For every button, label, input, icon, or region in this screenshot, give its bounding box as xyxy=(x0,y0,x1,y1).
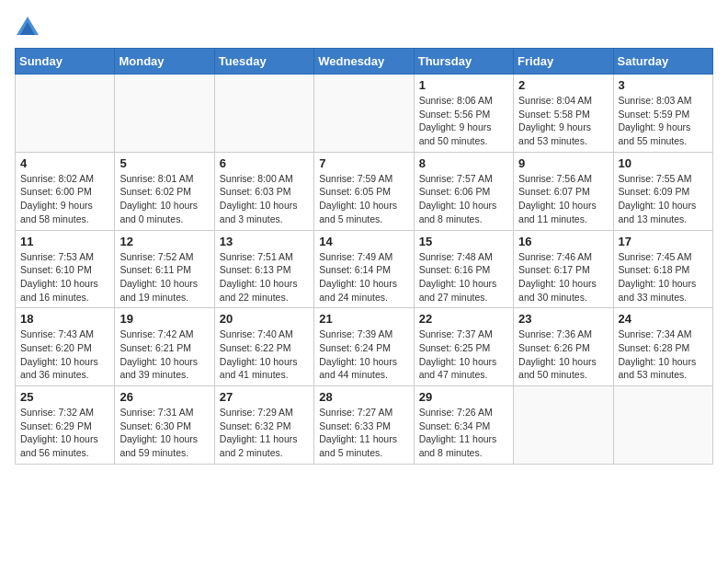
calendar-cell-w4-d5: 22Sunrise: 7:37 AMSunset: 6:25 PMDayligh… xyxy=(414,308,513,386)
calendar-cell-w1-d5: 1Sunrise: 8:06 AMSunset: 5:56 PMDaylight… xyxy=(414,75,513,153)
calendar-cell-w1-d4 xyxy=(314,75,414,153)
calendar-cell-w1-d6: 2Sunrise: 8:04 AMSunset: 5:58 PMDaylight… xyxy=(514,75,613,153)
header xyxy=(15,15,713,40)
calendar-cell-w5-d3: 27Sunrise: 7:29 AMSunset: 6:32 PMDayligh… xyxy=(214,386,313,465)
calendar-cell-w4-d6: 23Sunrise: 7:36 AMSunset: 6:26 PMDayligh… xyxy=(514,308,613,386)
day-info: Sunrise: 8:01 AMSunset: 6:02 PMDaylight:… xyxy=(119,172,209,226)
logo xyxy=(15,15,44,40)
day-info: Sunrise: 7:53 AMSunset: 6:10 PMDaylight:… xyxy=(20,250,109,304)
day-number: 20 xyxy=(220,312,309,326)
day-info: Sunrise: 7:42 AMSunset: 6:21 PMDaylight:… xyxy=(119,327,209,382)
day-info: Sunrise: 7:27 AMSunset: 6:33 PMDaylight:… xyxy=(319,406,408,460)
day-number: 2 xyxy=(518,78,608,92)
calendar-cell-w4-d4: 21Sunrise: 7:39 AMSunset: 6:24 PMDayligh… xyxy=(314,308,414,386)
day-info: Sunrise: 7:45 AMSunset: 6:18 PMDaylight:… xyxy=(619,250,708,304)
calendar-cell-w2-d3: 6Sunrise: 8:00 AMSunset: 6:03 PMDaylight… xyxy=(214,152,313,230)
day-number: 27 xyxy=(220,390,309,404)
day-number: 24 xyxy=(619,312,708,326)
day-number: 7 xyxy=(319,156,408,170)
day-info: Sunrise: 7:29 AMSunset: 6:32 PMDaylight:… xyxy=(220,406,309,460)
calendar-cell-w1-d1 xyxy=(16,75,115,153)
day-number: 17 xyxy=(619,235,708,248)
day-number: 1 xyxy=(419,78,508,92)
calendar-week-1: 1Sunrise: 8:06 AMSunset: 5:56 PMDaylight… xyxy=(16,75,713,153)
day-number: 11 xyxy=(20,235,109,248)
calendar-cell-w5-d5: 29Sunrise: 7:26 AMSunset: 6:34 PMDayligh… xyxy=(414,386,513,465)
day-info: Sunrise: 7:48 AMSunset: 6:16 PMDaylight:… xyxy=(419,250,508,304)
day-info: Sunrise: 7:56 AMSunset: 6:07 PMDaylight:… xyxy=(518,172,608,226)
calendar-cell-w5-d2: 26Sunrise: 7:31 AMSunset: 6:30 PMDayligh… xyxy=(115,386,214,465)
day-number: 9 xyxy=(518,156,608,170)
calendar-cell-w4-d7: 24Sunrise: 7:34 AMSunset: 6:28 PMDayligh… xyxy=(613,308,712,386)
day-number: 12 xyxy=(119,235,209,248)
header-tuesday: Tuesday xyxy=(214,49,313,75)
day-info: Sunrise: 8:06 AMSunset: 5:56 PMDaylight:… xyxy=(419,94,508,148)
day-info: Sunrise: 7:57 AMSunset: 6:06 PMDaylight:… xyxy=(419,172,508,226)
day-number: 28 xyxy=(319,390,408,404)
day-info: Sunrise: 8:02 AMSunset: 6:00 PMDaylight:… xyxy=(20,172,109,226)
day-number: 26 xyxy=(119,390,209,404)
calendar-cell-w3-d2: 12Sunrise: 7:52 AMSunset: 6:11 PMDayligh… xyxy=(115,230,214,308)
calendar-cell-w2-d1: 4Sunrise: 8:02 AMSunset: 6:00 PMDaylight… xyxy=(16,152,115,230)
day-info: Sunrise: 7:52 AMSunset: 6:11 PMDaylight:… xyxy=(119,250,209,304)
day-info: Sunrise: 7:32 AMSunset: 6:29 PMDaylight:… xyxy=(20,406,109,460)
day-info: Sunrise: 7:31 AMSunset: 6:30 PMDaylight:… xyxy=(119,406,209,460)
header-thursday: Thursday xyxy=(414,49,513,75)
calendar-cell-w5-d7 xyxy=(613,386,712,465)
calendar: SundayMondayTuesdayWednesdayThursdayFrid… xyxy=(15,48,713,465)
header-sunday: Sunday xyxy=(16,49,115,75)
header-monday: Monday xyxy=(115,49,214,75)
day-info: Sunrise: 7:55 AMSunset: 6:09 PMDaylight:… xyxy=(619,172,708,226)
day-number: 5 xyxy=(119,156,209,170)
calendar-header-row: SundayMondayTuesdayWednesdayThursdayFrid… xyxy=(16,49,713,75)
calendar-cell-w2-d4: 7Sunrise: 7:59 AMSunset: 6:05 PMDaylight… xyxy=(314,152,414,230)
day-number: 25 xyxy=(20,390,109,404)
day-info: Sunrise: 7:36 AMSunset: 6:26 PMDaylight:… xyxy=(518,327,608,382)
day-info: Sunrise: 7:51 AMSunset: 6:13 PMDaylight:… xyxy=(220,250,309,304)
day-number: 22 xyxy=(419,312,508,326)
day-info: Sunrise: 7:59 AMSunset: 6:05 PMDaylight:… xyxy=(319,172,408,226)
day-info: Sunrise: 8:04 AMSunset: 5:58 PMDaylight:… xyxy=(518,94,608,148)
calendar-cell-w2-d7: 10Sunrise: 7:55 AMSunset: 6:09 PMDayligh… xyxy=(613,152,712,230)
calendar-cell-w1-d3 xyxy=(214,75,313,153)
header-friday: Friday xyxy=(514,49,613,75)
calendar-cell-w5-d1: 25Sunrise: 7:32 AMSunset: 6:29 PMDayligh… xyxy=(16,386,115,465)
day-info: Sunrise: 8:03 AMSunset: 5:59 PMDaylight:… xyxy=(619,94,708,148)
calendar-cell-w2-d2: 5Sunrise: 8:01 AMSunset: 6:02 PMDaylight… xyxy=(115,152,214,230)
day-info: Sunrise: 7:43 AMSunset: 6:20 PMDaylight:… xyxy=(20,327,109,382)
calendar-week-3: 11Sunrise: 7:53 AMSunset: 6:10 PMDayligh… xyxy=(16,230,713,308)
calendar-cell-w3-d7: 17Sunrise: 7:45 AMSunset: 6:18 PMDayligh… xyxy=(613,230,712,308)
day-number: 21 xyxy=(319,312,408,326)
calendar-cell-w1-d7: 3Sunrise: 8:03 AMSunset: 5:59 PMDaylight… xyxy=(613,75,712,153)
calendar-cell-w5-d4: 28Sunrise: 7:27 AMSunset: 6:33 PMDayligh… xyxy=(314,386,414,465)
day-number: 6 xyxy=(220,156,309,170)
calendar-cell-w3-d5: 15Sunrise: 7:48 AMSunset: 6:16 PMDayligh… xyxy=(414,230,513,308)
calendar-cell-w2-d5: 8Sunrise: 7:57 AMSunset: 6:06 PMDaylight… xyxy=(414,152,513,230)
day-number: 14 xyxy=(319,235,408,248)
calendar-cell-w3-d1: 11Sunrise: 7:53 AMSunset: 6:10 PMDayligh… xyxy=(16,230,115,308)
day-number: 8 xyxy=(419,156,508,170)
calendar-cell-w4-d3: 20Sunrise: 7:40 AMSunset: 6:22 PMDayligh… xyxy=(214,308,313,386)
day-number: 29 xyxy=(419,390,508,404)
day-info: Sunrise: 7:37 AMSunset: 6:25 PMDaylight:… xyxy=(419,327,508,382)
day-number: 4 xyxy=(20,156,109,170)
calendar-cell-w4-d1: 18Sunrise: 7:43 AMSunset: 6:20 PMDayligh… xyxy=(16,308,115,386)
day-number: 16 xyxy=(518,235,608,248)
calendar-cell-w3-d3: 13Sunrise: 7:51 AMSunset: 6:13 PMDayligh… xyxy=(214,230,313,308)
day-info: Sunrise: 7:34 AMSunset: 6:28 PMDaylight:… xyxy=(619,327,708,382)
day-number: 13 xyxy=(220,235,309,248)
calendar-cell-w2-d6: 9Sunrise: 7:56 AMSunset: 6:07 PMDaylight… xyxy=(514,152,613,230)
day-info: Sunrise: 7:26 AMSunset: 6:34 PMDaylight:… xyxy=(419,406,508,460)
calendar-cell-w3-d6: 16Sunrise: 7:46 AMSunset: 6:17 PMDayligh… xyxy=(514,230,613,308)
day-number: 15 xyxy=(419,235,508,248)
day-number: 23 xyxy=(518,312,608,326)
calendar-cell-w5-d6 xyxy=(514,386,613,465)
calendar-cell-w4-d2: 19Sunrise: 7:42 AMSunset: 6:21 PMDayligh… xyxy=(115,308,214,386)
calendar-week-2: 4Sunrise: 8:02 AMSunset: 6:00 PMDaylight… xyxy=(16,152,713,230)
day-number: 10 xyxy=(619,156,708,170)
day-info: Sunrise: 7:49 AMSunset: 6:14 PMDaylight:… xyxy=(319,250,408,304)
calendar-cell-w3-d4: 14Sunrise: 7:49 AMSunset: 6:14 PMDayligh… xyxy=(314,230,414,308)
calendar-week-4: 18Sunrise: 7:43 AMSunset: 6:20 PMDayligh… xyxy=(16,308,713,386)
calendar-week-5: 25Sunrise: 7:32 AMSunset: 6:29 PMDayligh… xyxy=(16,386,713,465)
day-info: Sunrise: 8:00 AMSunset: 6:03 PMDaylight:… xyxy=(220,172,309,226)
